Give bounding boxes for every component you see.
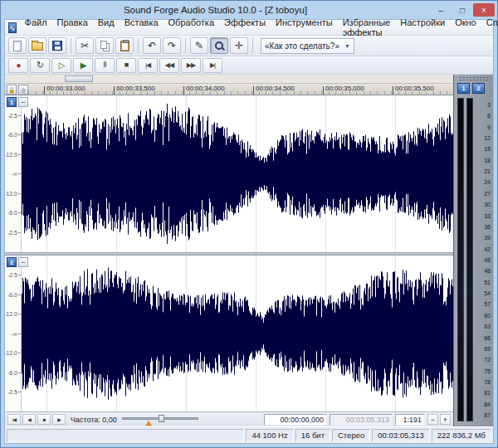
edit-tool-button[interactable]: ✎	[190, 37, 208, 54]
db-scale-channel-1: -2.5-6.0-12.0-∞-12.0-6.0-2.5	[5, 95, 22, 252]
go-to-end-button[interactable]: ▶|	[203, 58, 222, 73]
restore-button[interactable]: □	[452, 3, 473, 17]
meter-scale-label: 45	[484, 257, 491, 263]
db-scale-label: -∞	[12, 330, 17, 336]
db-tick	[18, 334, 21, 334]
ruler-major-tick	[183, 86, 184, 95]
save-icon	[52, 41, 62, 51]
channel-1-badge[interactable]: 1	[7, 97, 17, 107]
app-window: Sound Forge Audio Studio 10.0 - [Z toboy…	[0, 0, 498, 448]
waveform-channel-2[interactable]	[22, 256, 453, 412]
db-scale-label: -6.0	[7, 291, 17, 297]
ruler-major-tick	[323, 86, 324, 95]
zoom-out-button[interactable]: −	[427, 414, 438, 425]
zoom-controls: −+	[427, 414, 451, 425]
pause-button[interactable]: Ⅱ	[95, 58, 115, 73]
channel-2-badge[interactable]: 2	[7, 257, 17, 267]
go-to-start-button[interactable]: |◀	[138, 58, 158, 73]
go-start-icon: |◀	[12, 416, 16, 422]
loop-playback-button[interactable]: ↻	[30, 58, 50, 73]
magnify-tool-button[interactable]	[210, 37, 228, 54]
ruler-major-tick	[114, 86, 115, 95]
meter-scale-label: 75	[484, 368, 491, 373]
ruler-major-tick	[393, 86, 393, 95]
meter-bar-right	[466, 98, 473, 421]
forward-button[interactable]: ▶▶	[181, 58, 201, 73]
meter-channel-2-button[interactable]: 2	[472, 83, 485, 94]
slider-thumb[interactable]	[159, 415, 164, 422]
close-button[interactable]: ×	[473, 3, 495, 17]
zoom-ratio-field[interactable]: 1:191	[395, 414, 425, 426]
stop-button[interactable]: ■	[116, 58, 136, 73]
meter-scale: 3691215182124273033363942454851545760636…	[454, 98, 493, 421]
channel-1-minimize-button[interactable]: −	[18, 97, 28, 107]
document-icon[interactable]: ∿	[8, 22, 17, 33]
db-scale-label: -12.0	[5, 350, 17, 356]
channel-2-minimize-button[interactable]: −	[18, 257, 28, 267]
ruler-time-label: 00:00:34,500	[256, 85, 295, 92]
ruler-time-label: 00:00:35,000	[325, 85, 364, 92]
redo-button[interactable]: ↷	[163, 37, 181, 54]
pause-icon: Ⅱ	[103, 61, 105, 69]
paste-button[interactable]	[115, 37, 134, 54]
db-tick	[18, 232, 21, 233]
meter-scale-label: 60	[484, 312, 491, 318]
zoom-in-button[interactable]: +	[440, 414, 451, 425]
db-tick	[18, 134, 21, 135]
mini-stop-button[interactable]: ■	[37, 414, 51, 425]
scrollbar-thumb[interactable]	[65, 75, 93, 82]
event-tool-button[interactable]: ✛	[230, 37, 248, 54]
record-button[interactable]: ●	[8, 58, 28, 73]
cursor-position-field[interactable]: 00:00:00,000	[264, 414, 327, 426]
meter-scale-label: 87	[484, 412, 491, 418]
meter-scale-label: 57	[484, 301, 491, 307]
copy-icon	[100, 41, 107, 49]
save-button[interactable]	[48, 37, 66, 54]
magnify-ruler-button[interactable]: ◎	[18, 85, 28, 95]
status-sample-rate: 44 100 Hz	[246, 429, 293, 442]
db-scale-label: -6.0	[7, 210, 17, 216]
frequency-readout: Частота: 0,00	[71, 416, 117, 424]
status-bit-depth: 16 бит	[295, 429, 330, 442]
undo-icon: ↶	[148, 41, 156, 51]
scrub-slider[interactable]	[122, 413, 198, 426]
toolbar-separator	[138, 38, 139, 53]
step-back-button[interactable]: ◀	[22, 414, 36, 425]
how-to-dropdown[interactable]: «Как это сделать?» ▼	[261, 38, 354, 54]
stop-icon: ■	[124, 61, 128, 69]
lock-icon-button[interactable]: 🔒	[7, 85, 17, 95]
play-button[interactable]: ▶	[73, 58, 93, 73]
time-ruler[interactable]: 🔒 ◎ 00:00:33,00000:00:33,50000:00:34,000…	[5, 84, 453, 95]
minimize-button[interactable]: –	[430, 3, 452, 17]
new-file-icon	[13, 41, 22, 51]
db-tick	[18, 373, 21, 373]
main-toolbar: ✂↶↷✎✛ «Как это сделать?» ▼	[5, 36, 493, 56]
meter-grip[interactable]	[459, 76, 488, 81]
open-button[interactable]	[28, 37, 46, 54]
meter-scale-label: 6	[487, 113, 491, 119]
horizontal-scrollbar[interactable]	[5, 75, 453, 84]
waveform-channel-1[interactable]	[22, 95, 453, 252]
cursor-to-start-button[interactable]: |◀	[7, 414, 21, 425]
meter-channel-1-button[interactable]: 1	[457, 83, 470, 94]
mini-play-button[interactable]: ▶	[52, 414, 66, 425]
new-file-button[interactable]	[8, 37, 27, 54]
db-scale-channel-2: -2.5-6.0-12.0-∞-12.0-6.0-2.5	[5, 256, 22, 412]
pencil-icon: ✎	[195, 41, 203, 51]
ruler-time-label: 00:00:34,000	[186, 85, 225, 92]
cut-button[interactable]: ✂	[76, 37, 94, 54]
status-message-area	[7, 429, 244, 442]
undo-button[interactable]: ↶	[143, 37, 161, 54]
mini-transport: |◀◀■▶	[7, 414, 66, 425]
waveform-document-window: 🔒 ◎ 00:00:33,00000:00:33,50000:00:34,000…	[5, 75, 493, 426]
meter-scale-label: 48	[484, 268, 491, 274]
meter-channel-buttons: 1 2	[457, 83, 485, 94]
meter-scale-label: 15	[484, 146, 491, 152]
copy-button[interactable]	[95, 37, 114, 54]
play-all-button[interactable]: ▷	[51, 58, 71, 73]
ruler-major-tick	[44, 86, 45, 95]
rewind-button[interactable]: ◀◀	[159, 58, 179, 73]
record-icon: ●	[16, 61, 20, 70]
crosshair-icon: ✛	[235, 41, 243, 51]
client-area: ∿ ФайлПравкаВидВставкаОбработкаЭффектыИн…	[4, 19, 494, 444]
